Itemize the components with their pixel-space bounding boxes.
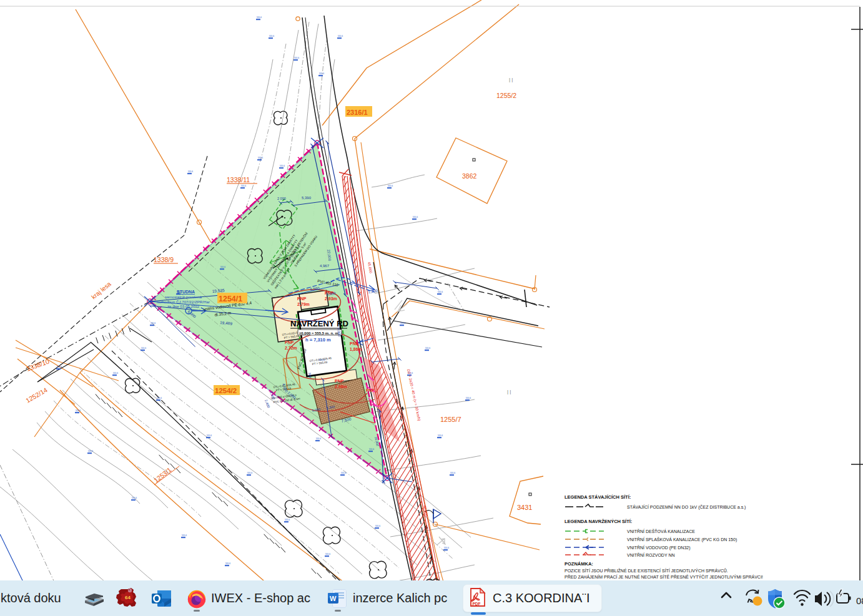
svg-text:W: W <box>330 595 337 602</box>
svg-text:VNITŘNÍ DEŠŤOVÁ KANALIZACE: VNITŘNÍ DEŠŤOVÁ KANALIZACE <box>627 529 695 534</box>
svg-text:POZICE SÍTÍ JSOU PŘIBLIŽNÉ DLE: POZICE SÍTÍ JSOU PŘIBLIŽNÉ DLE EXISTENCÍ… <box>565 568 728 573</box>
svg-text:555.6: 555.6 <box>388 185 393 187</box>
svg-text:555.6: 555.6 <box>225 562 230 565</box>
svg-text:LEGENDA NAVRŽENÝCH SÍTÍ:: LEGENDA NAVRŽENÝCH SÍTÍ: <box>565 519 632 524</box>
svg-text:PŘED ZAHÁJENÍM PRACÍ JE NUTNÉ: PŘED ZAHÁJENÍM PRACÍ JE NUTNÉ NECHAT SÍT… <box>565 574 763 579</box>
svg-text:555.6: 555.6 <box>141 347 146 350</box>
svg-text:555.6: 555.6 <box>257 16 262 19</box>
svg-text:3862: 3862 <box>462 172 477 180</box>
svg-text:555.6: 555.6 <box>247 472 252 474</box>
svg-text:555.6: 555.6 <box>444 547 449 549</box>
svg-text:LEGENDA STÁVAJÍCÍCH SÍTÍ:: LEGENDA STÁVAJÍCÍCH SÍTÍ: <box>565 494 631 500</box>
svg-text:VNITŘNÍ SPLAŠKOVÁ KANALIZACE (: VNITŘNÍ SPLAŠKOVÁ KANALIZACE (PVC KG DN … <box>627 537 737 542</box>
svg-text:rozhodnutí ČJ.707/22/ZPR/Har: rozhodnutí ČJ.707/22/ZPR/Har <box>157 300 210 304</box>
svg-text:PNP: PNP <box>297 296 307 301</box>
svg-text:h = 7,310 m: h = 7,310 m <box>305 337 331 343</box>
svg-text:555.6: 555.6 <box>341 472 346 474</box>
svg-text:2316/1: 2316/1 <box>347 109 368 116</box>
svg-text:555.6: 555.6 <box>375 525 380 527</box>
svg-text:555.6: 555.6 <box>269 35 274 37</box>
svg-text:555.6: 555.6 <box>294 57 299 59</box>
svg-text:PDF: PDF <box>473 602 481 606</box>
svg-text:555.6: 555.6 <box>132 497 137 499</box>
svg-text:555.6: 555.6 <box>258 157 263 159</box>
svg-text:555.6: 555.6 <box>207 434 212 437</box>
svg-text:300: 300 <box>308 372 312 378</box>
svg-text:2,79m: 2,79m <box>297 302 310 307</box>
svg-text:1338/11: 1338/11 <box>227 176 250 183</box>
svg-text:555.6: 555.6 <box>241 185 246 187</box>
svg-text:1,86m: 1,86m <box>350 347 362 352</box>
svg-text:555.6: 555.6 <box>182 534 187 537</box>
svg-text:555.6: 555.6 <box>438 291 443 293</box>
svg-text:1338/9: 1338/9 <box>154 256 174 263</box>
svg-text:samostatně povolená: samostatně povolená <box>165 295 202 299</box>
svg-text:555.6: 555.6 <box>188 170 193 173</box>
svg-text:±0,000 = 555,5 m. n. m.: ±0,000 = 555,5 m. n. m. <box>299 331 340 335</box>
svg-text:PNP: PNP <box>335 379 344 383</box>
svg-text:1254/1: 1254/1 <box>219 295 242 303</box>
svg-text:555.6: 555.6 <box>157 397 162 399</box>
svg-text:VNITŘNÍ ROZVODY NN: VNITŘNÍ ROZVODY NN <box>627 552 675 557</box>
svg-text:64: 64 <box>125 595 131 600</box>
svg-text:555,5: 555,5 <box>318 358 325 361</box>
svg-text:555.6: 555.6 <box>88 450 93 452</box>
svg-text:PNP: PNP <box>285 340 294 345</box>
svg-text:3431: 3431 <box>517 504 532 511</box>
svg-text:1255/2: 1255/2 <box>496 92 516 99</box>
svg-text:2,98m: 2,98m <box>335 384 347 389</box>
svg-text:555.6: 555.6 <box>325 553 330 555</box>
svg-text:| |: | | <box>509 77 513 82</box>
svg-text:555.6: 555.6 <box>285 519 290 521</box>
svg-text:2,93m: 2,93m <box>325 296 337 301</box>
svg-text:PNP: PNP <box>350 341 359 346</box>
svg-text:PNP: PNP <box>366 388 375 393</box>
svg-text:555.6: 555.6 <box>316 438 321 440</box>
svg-text:555.6: 555.6 <box>413 216 418 218</box>
svg-text:555.6: 555.6 <box>220 266 225 268</box>
svg-text:2,72m: 2,72m <box>285 346 297 351</box>
svg-text:555.6: 555.6 <box>400 322 405 325</box>
svg-text:ze dne 03.05.2022: ze dne 03.05.2022 <box>167 304 200 308</box>
svg-text:STÁVAJÍCÍ PODZEMNÍ NN DO 1kV (: STÁVAJÍCÍ PODZEMNÍ NN DO 1kV (ČEZ DISTRI… <box>627 504 746 510</box>
svg-text:555.6: 555.6 <box>450 472 455 474</box>
svg-text:555.6: 555.6 <box>319 72 324 75</box>
svg-text:VNITŘNÍ VODOVOD (PE DN32): VNITŘNÍ VODOVOD (PE DN32) <box>627 545 691 550</box>
svg-text:5,390: 5,390 <box>302 196 312 200</box>
svg-text:| |: | | <box>507 389 511 394</box>
svg-text:555.6: 555.6 <box>150 322 155 325</box>
svg-text:555.6: 555.6 <box>338 35 343 37</box>
svg-text:555.6: 555.6 <box>113 372 118 374</box>
svg-text:555.6: 555.6 <box>438 434 443 437</box>
svg-text:555.6: 555.6 <box>369 448 374 451</box>
svg-text:2 000: 2 000 <box>277 197 286 200</box>
svg-text:1255/7: 1255/7 <box>440 416 461 423</box>
svg-text:555.6: 555.6 <box>425 347 430 350</box>
svg-text:POZNÁMKA:: POZNÁMKA: <box>565 561 593 567</box>
svg-text:STUDNA: STUDNA <box>177 290 195 294</box>
svg-text:555.6: 555.6 <box>466 397 471 399</box>
svg-text:555.6: 555.6 <box>57 366 62 368</box>
svg-text:4,967: 4,967 <box>320 264 330 268</box>
svg-text:555.6: 555.6 <box>280 165 285 167</box>
svg-text:555.6: 555.6 <box>76 409 81 412</box>
svg-text:1254/2: 1254/2 <box>215 387 237 394</box>
